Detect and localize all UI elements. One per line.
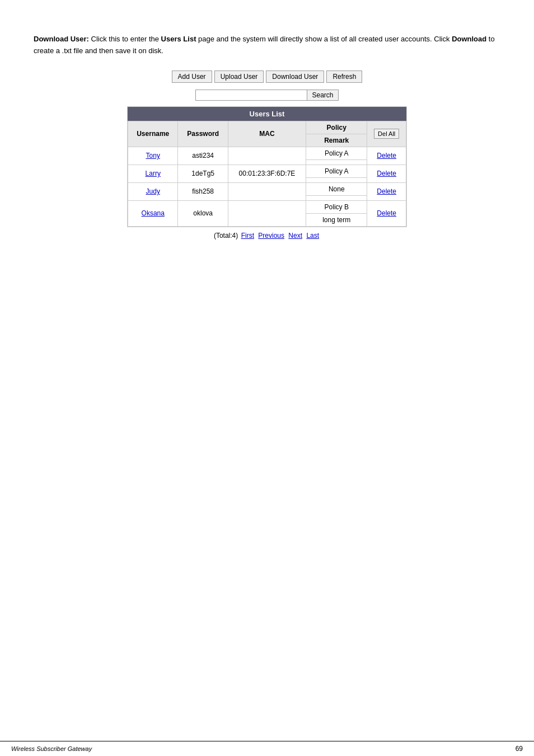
table-row: Judy fish258 None Delete	[128, 182, 406, 195]
search-bar: Search	[34, 90, 500, 101]
cell-username: Judy	[128, 182, 178, 200]
cell-action: Delete	[367, 165, 406, 182]
cell-mac	[228, 182, 306, 200]
footer-left: Wireless Subscriber Gateway	[11, 745, 92, 752]
download-user-button[interactable]: Download User	[266, 71, 324, 83]
username-link[interactable]: Larry	[146, 170, 161, 177]
th-password: Password	[178, 121, 228, 147]
table-row: Oksana oklova Policy B Delete	[128, 200, 406, 213]
add-user-button[interactable]: Add User	[172, 71, 212, 83]
cell-username: Oksana	[128, 200, 178, 226]
table-title: Users List	[128, 107, 406, 121]
table-header-row: Username Password MAC Policy Del All	[128, 121, 406, 134]
refresh-button[interactable]: Refresh	[326, 71, 362, 83]
description-text: Download User: Click this to enter the U…	[34, 34, 500, 57]
cell-policy: Policy A	[306, 165, 367, 177]
th-remark: Remark	[306, 134, 367, 147]
username-link[interactable]: Tony	[146, 152, 160, 159]
cell-password: oklova	[178, 200, 228, 226]
delete-link[interactable]: Delete	[377, 152, 396, 159]
users-list-label: Users List	[161, 35, 196, 43]
th-username: Username	[128, 121, 178, 147]
page-content: Download User: Click this to enter the U…	[0, 0, 534, 284]
cell-username: Larry	[128, 165, 178, 182]
pagination: (Total:4) First Previous Next Last	[34, 232, 500, 240]
cell-remark	[306, 159, 367, 165]
users-table: Username Password MAC Policy Del All Rem…	[128, 121, 406, 227]
cell-remark: long term	[306, 213, 367, 226]
download-user-label: Download User:	[34, 35, 89, 43]
cell-mac	[228, 200, 306, 226]
upload-user-button[interactable]: Upload User	[214, 71, 264, 83]
th-mac: MAC	[228, 121, 306, 147]
pagination-previous[interactable]: Previous	[258, 232, 284, 240]
table-row: Larry 1deTg5 00:01:23:3F:6D:7E Policy A …	[128, 165, 406, 177]
cell-action: Delete	[367, 147, 406, 165]
footer: Wireless Subscriber Gateway 69	[0, 741, 534, 756]
table-row: Tony asti234 Policy A Delete	[128, 147, 406, 159]
cell-policy: Policy B	[306, 200, 367, 213]
delete-link[interactable]: Delete	[377, 187, 396, 195]
delete-link[interactable]: Delete	[377, 209, 396, 217]
cell-username: Tony	[128, 147, 178, 165]
search-button[interactable]: Search	[307, 90, 338, 101]
cell-action: Delete	[367, 200, 406, 226]
cell-password: asti234	[178, 147, 228, 165]
pagination-total: (Total:4)	[214, 232, 238, 240]
th-policy: Policy	[306, 121, 367, 134]
cell-policy: Policy A	[306, 147, 367, 159]
download-label: Download	[452, 35, 486, 43]
pagination-first[interactable]: First	[241, 232, 254, 240]
footer-right: 69	[516, 745, 523, 753]
cell-action: Delete	[367, 182, 406, 200]
cell-mac: 00:01:23:3F:6D:7E	[228, 165, 306, 182]
cell-policy: None	[306, 182, 367, 195]
cell-password: fish258	[178, 182, 228, 200]
cell-mac	[228, 147, 306, 165]
del-all-button[interactable]: Del All	[374, 129, 399, 139]
cell-remark	[306, 195, 367, 200]
pagination-last[interactable]: Last	[306, 232, 319, 240]
username-link[interactable]: Oksana	[142, 209, 165, 217]
username-link[interactable]: Judy	[146, 187, 160, 195]
users-table-wrapper: Users List Username Password MAC Policy …	[127, 106, 407, 227]
cell-remark	[306, 177, 367, 182]
toolbar: Add User Upload User Download User Refre…	[34, 71, 500, 83]
delete-link[interactable]: Delete	[377, 170, 396, 177]
cell-password: 1deTg5	[178, 165, 228, 182]
th-del-all-cell: Del All	[367, 121, 406, 147]
pagination-next[interactable]: Next	[288, 232, 302, 240]
search-input[interactable]	[195, 90, 307, 101]
